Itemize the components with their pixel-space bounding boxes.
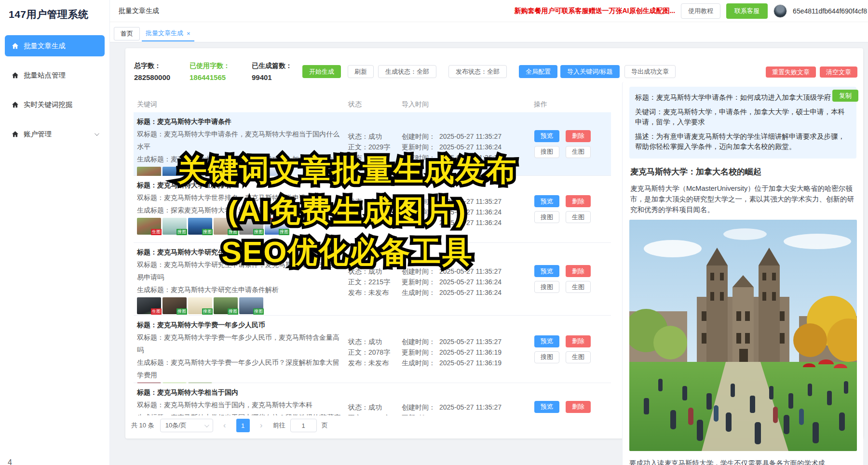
- article-thumbnail-bw[interactable]: 搜图: [239, 218, 263, 235]
- prev-page-button[interactable]: ‹: [218, 419, 231, 432]
- article-subtitle: 双标题：麦克马斯特大学研究生申请条件，麦克马斯特大学研究生容易申请吗: [137, 258, 341, 283]
- search-image-button[interactable]: 搜图: [534, 281, 559, 293]
- tab-home[interactable]: 首页: [114, 27, 140, 40]
- article-generated-title: 生成标题：麦克马斯特大学学费一年多少人民币？深度解析加拿大留学费用: [137, 356, 341, 381]
- sidebar-item[interactable]: 批量站点管理: [5, 65, 105, 86]
- generate-image-button[interactable]: 生图: [566, 351, 591, 363]
- article-thumbnail-campus[interactable]: 生图: [137, 218, 161, 235]
- delete-button[interactable]: 删除: [566, 401, 591, 413]
- preview-button[interactable]: 预览: [534, 265, 559, 277]
- search-image-button[interactable]: 搜图: [534, 211, 559, 223]
- time-line: 生成时间：2025-05-27 11:36:19: [402, 359, 534, 368]
- time-cell: 创建时间：2025-05-27 11:35:27更新时间：2025-05-27 …: [402, 243, 534, 315]
- generate-status-select[interactable]: 生成状态：全部: [378, 65, 436, 78]
- stat-generated-count: 已生成篇数： 99401: [252, 62, 292, 81]
- breadcrumb: 批量文章生成: [119, 7, 159, 15]
- actions-cell: 预览删除搜图生图: [534, 383, 591, 415]
- preview-title: 标题：麦克马斯特大学申请条件：如何成功进入加拿大顶级学府: [635, 93, 851, 103]
- tab-label: 批量文章生成: [146, 29, 183, 38]
- global-config-button[interactable]: 全局配置: [519, 65, 557, 78]
- chevron-down-icon: [204, 423, 209, 427]
- user-id: 65e4811dfb644f690f4cf8: [793, 7, 867, 15]
- article-thumbnail-hall[interactable]: 搜图: [214, 218, 238, 235]
- status-cell: 状态：成功正文：1957字发布：未发布: [348, 383, 402, 415]
- preview-button[interactable]: 预览: [534, 130, 559, 142]
- generate-image-button[interactable]: 生图: [566, 281, 591, 293]
- import-keywords-button[interactable]: 导入关键词/标题: [560, 65, 620, 78]
- generate-image-button[interactable]: 生图: [566, 211, 591, 223]
- status-cell: 状态：成功正文：2029字发布：未发布: [348, 112, 402, 175]
- delete-button[interactable]: 删除: [566, 265, 591, 277]
- tab-batch-article[interactable]: 批量文章生成 ×: [142, 27, 194, 41]
- reset-failed-button[interactable]: 重置失败文章: [766, 66, 816, 78]
- article-subtitle: 双标题：麦克马斯特大学申请条件，麦克马斯特大学相当于国内什么水平: [137, 128, 341, 153]
- next-page-button[interactable]: ›: [255, 419, 268, 432]
- article-thumbnail-grad[interactable]: 搜图: [239, 297, 263, 314]
- column-import-time: 导入时间: [402, 100, 429, 109]
- generate-image-button[interactable]: 生图: [566, 146, 591, 158]
- time-line: 更新时间：2025-05-27 11:36:19: [402, 348, 534, 357]
- delete-button[interactable]: 删除: [566, 195, 591, 207]
- pagination: 共 10 条 10条/页 ‹ 1 › 前往 页: [131, 418, 328, 433]
- sidebar-item[interactable]: 账户管理: [5, 123, 105, 145]
- article-title: 标题：麦克马斯特大学申请条件: [137, 115, 341, 128]
- table-row: 标题：麦克马斯特大学世界排名双标题：麦克马斯特大学世界排名，麦克马斯特大学申请难…: [134, 176, 611, 243]
- article-thumbnail-bldg[interactable]: 搜图: [214, 297, 238, 314]
- article-title: 标题：麦克马斯特大学世界排名: [137, 179, 341, 191]
- column-keyword: 关键词: [137, 100, 157, 109]
- article-thumbnail-banner[interactable]: 搜图: [265, 218, 289, 235]
- thumbnail-badge: 搜图: [279, 229, 289, 235]
- article-title: 标题：麦克马斯特大学研究生申请条件: [137, 246, 341, 258]
- contact-support-button[interactable]: 联系客服: [726, 3, 768, 19]
- preview-keywords: 关键词：麦克马斯特大学，申请条件，加拿大大学，硕士申请，本科申请，留学，入学要求: [635, 107, 851, 127]
- sidebar-item-label: 批量文章生成: [24, 41, 66, 51]
- keyword-cell: 标题：麦克马斯特大学申请条件双标题：麦克马斯特大学申请条件，麦克马斯特大学相当于…: [137, 115, 341, 184]
- avatar[interactable]: [773, 4, 787, 18]
- delete-button[interactable]: 删除: [566, 335, 591, 347]
- article-thumbnail-room[interactable]: 搜图: [163, 218, 187, 235]
- close-icon[interactable]: ×: [187, 30, 190, 37]
- search-image-button[interactable]: 搜图: [534, 146, 559, 158]
- page-number-button[interactable]: 1: [236, 419, 250, 432]
- sidebar-menu: 批量文章生成批量站点管理实时关键词挖掘账户管理: [0, 35, 109, 145]
- delete-button[interactable]: 删除: [566, 130, 591, 142]
- status-line: 发布：未发布: [348, 154, 402, 162]
- promo-notice[interactable]: 新购套餐用户可联系客服赠送一万张AI原创生成配图...: [514, 7, 675, 15]
- preview-button[interactable]: 预览: [534, 401, 559, 413]
- preview-button[interactable]: 预览: [534, 335, 559, 347]
- time-line: 创建时间：2025-05-27 11:35:27: [402, 403, 534, 412]
- publish-status-select[interactable]: 发布状态：全部: [448, 65, 507, 78]
- article-thumbnail-sky[interactable]: 搜图: [188, 218, 212, 235]
- sidebar: 147用户管理系统 批量文章生成批量站点管理实时关键词挖掘账户管理 4: [0, 0, 110, 465]
- refresh-button[interactable]: 刷新: [348, 65, 374, 78]
- tab-bar: 首页 批量文章生成 ×: [110, 22, 868, 42]
- home-icon: [12, 42, 19, 50]
- status-line: 正文：2029字: [348, 143, 402, 152]
- danger-actions: 重置失败文章 清空文章: [766, 66, 857, 78]
- clear-articles-button[interactable]: 清空文章: [820, 66, 857, 78]
- copy-button[interactable]: 复制: [832, 90, 858, 102]
- article-thumbnail-cert[interactable]: 搜图: [188, 297, 212, 314]
- status-line: 状态：成功: [348, 133, 402, 141]
- article-subtitle: 双标题：麦克马斯特大学学费一年多少人民币，麦克马斯特含金量高吗: [137, 331, 341, 356]
- start-generate-button[interactable]: 开始生成: [302, 65, 341, 78]
- export-articles-button[interactable]: 导出成功文章: [624, 65, 676, 78]
- actions-cell: 预览删除搜图生图: [534, 112, 591, 175]
- table-row: 标题：麦克马斯特大学学费一年多少人民币双标题：麦克马斯特大学学费一年多少人民币，…: [134, 316, 611, 383]
- column-status: 状态: [348, 100, 362, 109]
- sidebar-item[interactable]: 批量文章生成: [5, 35, 105, 56]
- time-line: 更新时间：2025-05-27 11:36:24: [402, 278, 534, 287]
- article-thumbnail-dark[interactable]: 生图: [137, 297, 161, 314]
- page-size-select[interactable]: 10条/页: [160, 419, 213, 432]
- search-image-button[interactable]: 搜图: [534, 351, 559, 363]
- sidebar-item[interactable]: 实时关键词挖掘: [5, 94, 105, 115]
- tutorial-button[interactable]: 使用教程: [681, 3, 720, 19]
- preview-body-text: 麦克马斯特大学（McMasterUniversity）位于加拿大安大略省的哈密尔…: [630, 183, 855, 215]
- goto-page-input[interactable]: [290, 419, 317, 432]
- article-thumbnail-men[interactable]: 搜图: [163, 297, 187, 314]
- status-line: 状态：成功: [348, 338, 402, 346]
- status-cell: 状态：成功正文：2215字发布：未发布: [348, 243, 402, 315]
- preview-button[interactable]: 预览: [534, 195, 559, 207]
- article-title: 标题：麦克马斯特大学学费一年多少人民币: [137, 319, 341, 331]
- preview-description: 描述：为有意申请麦克马斯特大学的学生详细讲解申请要求及步骤，帮助你轻松掌握入学条…: [635, 132, 851, 152]
